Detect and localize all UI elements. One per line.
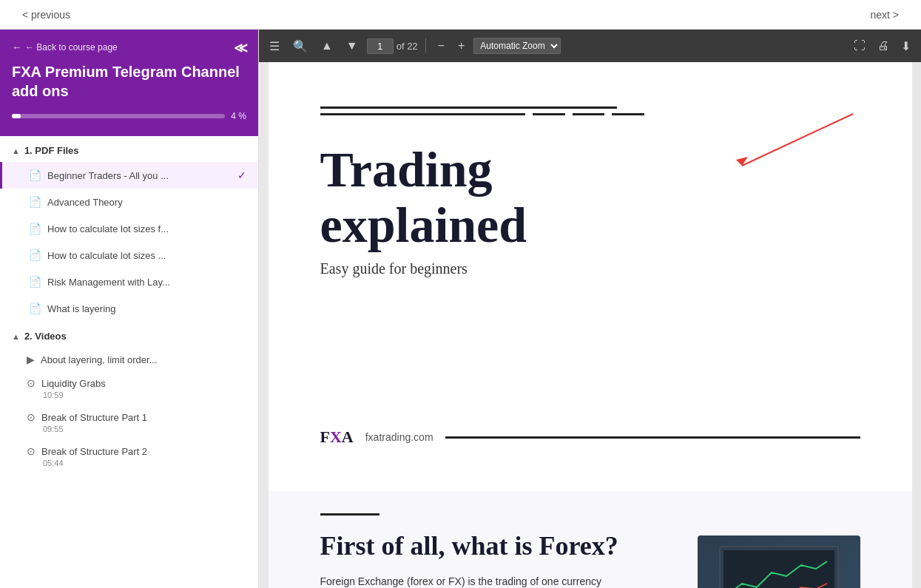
progress-area: 4 % [12, 111, 246, 121]
item-label: Beginner Traders - All you ... [47, 170, 232, 181]
page2-body: Foreign Exchange (forex or FX) is the tr… [320, 573, 616, 588]
svg-line-0 [742, 114, 853, 166]
collapse-sidebar-button[interactable]: ≪ [234, 40, 248, 56]
pdf-icon: 📄 [29, 276, 41, 288]
pdf-page-2: First of all, what is Forex? Foreign Exc… [269, 491, 912, 588]
video-title: About layering, limit order... [41, 354, 158, 365]
video-duration: 10:59 [27, 391, 246, 399]
video-item-break-part1[interactable]: ⊙ Break of Structure Part 1 09:55 [0, 405, 258, 439]
page-total: of 22 [397, 41, 418, 52]
page1-bottom: FXA fxatrading.com [320, 428, 860, 447]
back-label: ← Back to course page [25, 42, 118, 53]
video-item-liquidity-grabs[interactable]: ⊙ Liquidity Grabs 10:59 [0, 371, 258, 405]
toggle-sidebar-button[interactable]: ☰ [265, 36, 284, 56]
page-info: of 22 [367, 38, 418, 54]
pdf-icon: 📄 [29, 249, 41, 261]
sidebar-item-lot-sizes-1[interactable]: 📄 How to calculate lot sizes f... [0, 215, 258, 242]
pdf-icon: 📄 [29, 223, 41, 234]
print-button[interactable]: 🖨 [873, 36, 894, 55]
page2-top-line [320, 513, 379, 516]
video-title-row: ⊙ Liquidity Grabs [27, 377, 246, 389]
video-title: Liquidity Grabs [41, 378, 106, 389]
chevron-up-icon: ▲ [12, 146, 20, 155]
pdf-icon: 📄 [29, 303, 41, 314]
video-title: Break of Structure Part 2 [41, 446, 147, 457]
check-icon: ✓ [237, 169, 246, 181]
pdf-page-1: Trading explained Easy guide for beginne… [269, 62, 912, 491]
top-navigation: < previous next > [0, 0, 921, 30]
video-title-row: ⊙ Break of Structure Part 1 [27, 411, 246, 423]
video-play-icon: ▶ [27, 354, 35, 365]
back-arrow-icon: ← [12, 41, 22, 53]
next-page-button[interactable]: ▼ [342, 36, 362, 55]
zoom-select[interactable]: Automatic Zoom [473, 38, 561, 54]
video-title-row: ▶ About layering, limit order... [27, 354, 246, 365]
video-title: Break of Structure Part 1 [41, 412, 147, 423]
video-duration: 05:44 [27, 459, 246, 467]
fxa-logo: FXA [320, 428, 354, 447]
download-button[interactable]: ⬇ [897, 36, 915, 56]
toolbar-right: ⛶ 🖨 ⬇ [849, 36, 915, 56]
sidebar-header: ← ← Back to course page ≪ FXA Premium Te… [0, 30, 258, 136]
toolbar-separator [425, 38, 426, 53]
chevron-up-icon: ▲ [12, 332, 20, 341]
sidebar-item-lot-sizes-2[interactable]: 📄 How to calculate lot sizes ... [0, 242, 258, 268]
section-pdf-files[interactable]: ▲ 1. PDF Files [0, 136, 258, 162]
svg-rect-3 [723, 550, 834, 588]
fullscreen-button[interactable]: ⛶ [849, 36, 870, 55]
video-play-icon: ⊙ [27, 445, 36, 457]
section-videos-label: 2. Videos [24, 331, 67, 342]
progress-bar-fill [12, 114, 21, 118]
item-label: How to calculate lot sizes ... [47, 250, 246, 261]
prev-page-button[interactable]: ▲ [317, 36, 337, 55]
main-area: ← ← Back to course page ≪ FXA Premium Te… [0, 30, 921, 588]
sidebar-item-beginner-traders[interactable]: 📄 Beginner Traders - All you ... ✓ [0, 162, 258, 189]
progress-bar-background [12, 114, 225, 118]
item-label: Advanced Theory [47, 197, 246, 208]
monitor-graphic [698, 535, 860, 588]
pdf-viewer: ☰ 🔍 ▲ ▼ of 22 − + Automatic Zoom ⛶ 🖨 ⬇ [259, 30, 921, 588]
item-label: Risk Management with Lay... [47, 277, 246, 288]
page-number-input[interactable] [367, 38, 394, 54]
zoom-in-button[interactable]: + [453, 36, 469, 55]
previous-link[interactable]: < previous [22, 9, 70, 21]
search-button[interactable]: 🔍 [289, 36, 312, 56]
video-item-break-part2[interactable]: ⊙ Break of Structure Part 2 05:44 [0, 439, 258, 473]
zoom-out-button[interactable]: − [433, 36, 449, 55]
progress-percent: 4 % [231, 111, 246, 121]
item-label: How to calculate lot sizes f... [47, 223, 246, 234]
bottom-decorative-line [445, 436, 860, 439]
pdf-icon: 📄 [29, 169, 41, 181]
section-pdf-files-label: 1. PDF Files [24, 145, 79, 156]
red-arrow-annotation [705, 114, 853, 173]
sidebar-item-advanced-theory[interactable]: 📄 Advanced Theory [0, 189, 258, 215]
fxa-website: fxatrading.com [365, 431, 433, 443]
pdf-icon: 📄 [29, 196, 41, 208]
pdf-subtitle: Easy guide for beginners [320, 260, 860, 277]
sidebar: ← ← Back to course page ≪ FXA Premium Te… [0, 30, 259, 588]
section-videos[interactable]: ▲ 2. Videos [0, 322, 258, 348]
sidebar-item-layering[interactable]: 📄 What is layering [0, 295, 258, 322]
next-link[interactable]: next > [870, 9, 899, 21]
video-item-about-layering[interactable]: ▶ About layering, limit order... [0, 348, 258, 371]
pdf-content: Trading explained Easy guide for beginne… [259, 62, 921, 588]
video-play-icon: ⊙ [27, 377, 36, 389]
video-title-row: ⊙ Break of Structure Part 2 [27, 445, 246, 457]
back-to-course-link[interactable]: ← ← Back to course page [12, 41, 246, 53]
sidebar-item-risk-management[interactable]: 📄 Risk Management with Lay... [0, 268, 258, 295]
item-label: What is layering [47, 303, 246, 314]
pdf-toolbar: ☰ 🔍 ▲ ▼ of 22 − + Automatic Zoom ⛶ 🖨 ⬇ [259, 30, 921, 62]
video-play-icon: ⊙ [27, 411, 36, 423]
course-title: FXA Premium Telegram Channel add ons [12, 62, 246, 101]
video-duration: 09:55 [27, 425, 246, 433]
page2-image [698, 535, 860, 588]
